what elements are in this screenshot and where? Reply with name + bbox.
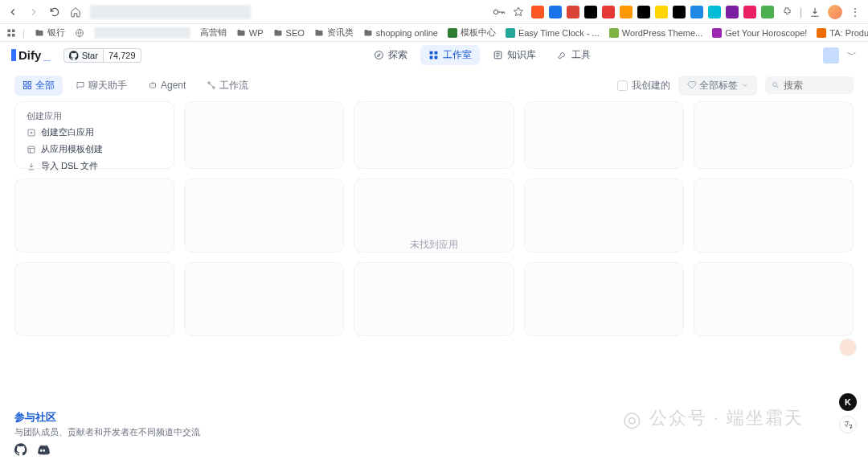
tools-icon [557, 50, 567, 60]
extension-icon-4[interactable] [602, 6, 615, 18]
svg-point-19 [208, 82, 211, 84]
create-option-blank[interactable]: 创建空白应用 [27, 125, 162, 139]
star-icon[interactable] [512, 6, 525, 18]
extension-icon-6[interactable] [637, 6, 650, 18]
nav-tools[interactable]: 工具 [549, 45, 599, 65]
forward-button[interactable] [27, 6, 40, 18]
create-option-label: 创建空白应用 [41, 126, 94, 138]
search-input[interactable] [784, 80, 847, 91]
back-button[interactable] [6, 6, 19, 18]
extension-icon-2[interactable] [567, 6, 579, 18]
bookmark-item-11[interactable]: WordPress Theme... [609, 28, 702, 38]
bookmark-item-6[interactable]: SEO [273, 28, 305, 38]
chat-icon [76, 80, 85, 90]
my-created-toggle[interactable]: 我创建的 [617, 79, 670, 92]
gh-star-label: Star [82, 51, 98, 60]
extension-icon-9[interactable] [690, 6, 703, 18]
search-icon [772, 80, 780, 90]
svg-rect-16 [150, 84, 156, 88]
profile-avatar[interactable] [828, 5, 842, 19]
filter-tab-label: 聊天助手 [88, 79, 127, 92]
address-bar[interactable] [90, 5, 251, 19]
create-option-dsl[interactable]: 导入 DSL 文件 [27, 159, 162, 173]
svg-rect-2 [12, 29, 15, 32]
extension-icon-8[interactable] [673, 6, 686, 18]
app-card-placeholder [694, 101, 854, 169]
checkbox-icon [617, 80, 628, 91]
explore-icon [374, 50, 384, 60]
dify-logo[interactable]: Dify_ [11, 48, 51, 62]
gh-star-count: 74,729 [104, 48, 141, 63]
svg-point-17 [152, 85, 153, 86]
bookmark-item-7[interactable]: 资讯类 [314, 27, 354, 39]
svg-rect-15 [28, 86, 31, 89]
github-star-widget[interactable]: Star 74,729 [63, 48, 141, 63]
create-option-template[interactable]: 从应用模板创建 [27, 142, 162, 156]
svg-point-6 [375, 51, 383, 60]
extensions-icon[interactable] [780, 6, 793, 18]
extension-icon-12[interactable] [743, 6, 756, 18]
workspace-dropdown[interactable]: ﹀ [847, 48, 857, 62]
extension-icon-13[interactable] [761, 6, 774, 18]
main-nav: 探索工作室知识库工具 [154, 45, 810, 65]
filter-bar: 全部聊天助手Agent工作流 我创建的 全部标签 [0, 69, 868, 101]
bookmark-item-12[interactable]: Get Your Horoscope! [712, 28, 807, 38]
filter-tab-label: 工作流 [219, 79, 248, 92]
filter-tab-chat[interactable]: 聊天助手 [68, 76, 135, 96]
bookmark-item-2[interactable] [75, 28, 84, 38]
extension-icon-5[interactable] [620, 6, 633, 18]
all-icon [23, 80, 32, 90]
nav-label: 工具 [571, 48, 591, 62]
github-link-icon[interactable] [14, 443, 27, 458]
bookmark-item-5[interactable]: WP [236, 28, 264, 38]
bookmark-item-13[interactable]: TA: Product Search [817, 28, 868, 38]
bookmark-item-10[interactable]: Easy Time Clock - ... [506, 28, 600, 38]
extension-icon-3[interactable] [584, 6, 597, 18]
dsl-icon [27, 162, 36, 171]
app-card-placeholder [14, 262, 174, 336]
bookmark-item-3[interactable] [94, 27, 190, 39]
community-subtitle: 与团队成员、贡献者和开发者在不同频道中交流 [14, 426, 200, 438]
bookmark-item-9[interactable]: 模板中心 [448, 27, 496, 39]
bookmark-item-8[interactable]: shopping online [363, 28, 438, 38]
workflow-icon [207, 80, 216, 90]
extension-icon-1[interactable] [549, 6, 562, 18]
download-icon[interactable] [809, 6, 821, 18]
my-created-label: 我创建的 [632, 79, 670, 92]
nav-studio[interactable]: 工作室 [420, 45, 480, 65]
extension-icon-10[interactable] [708, 6, 721, 18]
app-card-placeholder [184, 179, 344, 253]
home-button[interactable] [69, 6, 82, 18]
filter-tab-all[interactable]: 全部 [14, 76, 63, 96]
float-language-button[interactable] [839, 416, 857, 433]
float-avatar-icon[interactable] [839, 339, 857, 356]
studio-icon [428, 50, 439, 60]
filter-tab-workflow[interactable]: 工作流 [199, 76, 256, 96]
extension-icon-11[interactable] [726, 6, 739, 18]
password-icon[interactable] [493, 6, 506, 18]
tag-filter-dropdown[interactable]: 全部标签 [678, 76, 757, 96]
workspace-avatar[interactable] [823, 47, 839, 64]
search-box[interactable] [765, 76, 854, 94]
discord-link-icon[interactable] [35, 443, 50, 458]
svg-point-20 [213, 87, 215, 89]
svg-rect-3 [8, 34, 11, 37]
bookmark-item-1[interactable]: 银行 [35, 27, 65, 39]
community-section: 参与社区 与团队成员、贡献者和开发者在不同频道中交流 [14, 410, 200, 458]
create-option-label: 从应用模板创建 [41, 143, 103, 155]
nav-explore[interactable]: 探索 [366, 45, 416, 65]
float-feedback-button[interactable]: K [839, 393, 857, 411]
filter-tab-agent[interactable]: Agent [140, 76, 194, 96]
nav-knowledge[interactable]: 知识库 [485, 45, 544, 65]
create-app-card: 创建应用创建空白应用从应用模板创建导入 DSL 文件 [14, 101, 174, 169]
header-right: ﹀ [823, 47, 857, 64]
bookmark-item-4[interactable]: 高营销 [200, 27, 227, 39]
bookmark-item-0[interactable]: | [6, 28, 25, 38]
chrome-menu-button[interactable]: ⋮ [849, 6, 862, 18]
app-card-placeholder [354, 179, 514, 253]
extension-icon-0[interactable] [531, 6, 544, 18]
reload-button[interactable] [48, 6, 61, 18]
extension-icon-7[interactable] [655, 6, 668, 18]
chevron-down-icon [741, 81, 749, 89]
bookmarks-bar: |银行高营销WPSEO资讯类shopping online模板中心Easy Ti… [0, 24, 868, 42]
